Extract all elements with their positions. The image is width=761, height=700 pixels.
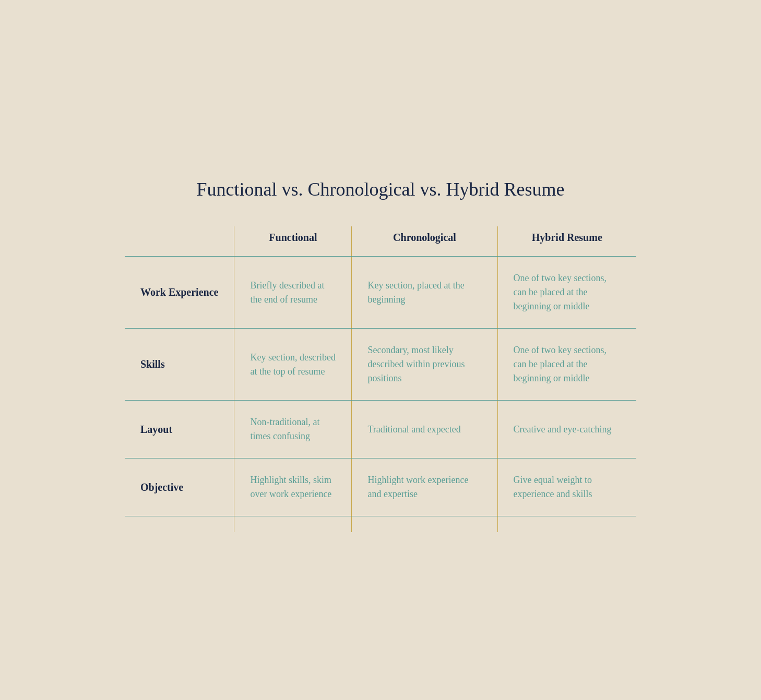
cell-hybrid-1: One of two key sections, can be placed a… <box>497 329 636 401</box>
comparison-table: Functional Chronological Hybrid Resume W… <box>125 226 636 532</box>
header-empty-cell <box>125 226 234 257</box>
page-title: Functional vs. Chronological vs. Hybrid … <box>125 178 636 200</box>
cell-chronological-3: Highlight work experience and expertise <box>352 458 497 516</box>
cell-functional-0: Briefly described at the end of resume <box>234 257 352 329</box>
page-container: Functional vs. Chronological vs. Hybrid … <box>93 147 668 553</box>
row-header-layout: Layout <box>125 401 234 458</box>
cell-chronological-1: Secondary, most likely described within … <box>352 329 497 401</box>
table-row: ObjectiveHighlight skills, skim over wor… <box>125 458 636 516</box>
cell-functional-1: Key section, described at the top of res… <box>234 329 352 401</box>
cell-hybrid-2: Creative and eye-catching <box>497 401 636 458</box>
cell-functional-3: Highlight skills, skim over work experie… <box>234 458 352 516</box>
row-header-objective: Objective <box>125 458 234 516</box>
cell-chronological-2: Traditional and expected <box>352 401 497 458</box>
table-row: Work ExperienceBriefly described at the … <box>125 257 636 329</box>
table-row: LayoutNon-traditional, at times confusin… <box>125 401 636 458</box>
cell-functional-2: Non-traditional, at times confusing <box>234 401 352 458</box>
header-row: Functional Chronological Hybrid Resume <box>125 226 636 257</box>
row-header-skills: Skills <box>125 329 234 401</box>
cell-chronological-0: Key section, placed at the beginning <box>352 257 497 329</box>
header-functional: Functional <box>234 226 352 257</box>
row-header-work-experience: Work Experience <box>125 257 234 329</box>
table-row: SkillsKey section, described at the top … <box>125 329 636 401</box>
header-chronological: Chronological <box>352 226 497 257</box>
cell-hybrid-0: One of two key sections, can be placed a… <box>497 257 636 329</box>
cell-hybrid-3: Give equal weight to experience and skil… <box>497 458 636 516</box>
header-hybrid: Hybrid Resume <box>497 226 636 257</box>
